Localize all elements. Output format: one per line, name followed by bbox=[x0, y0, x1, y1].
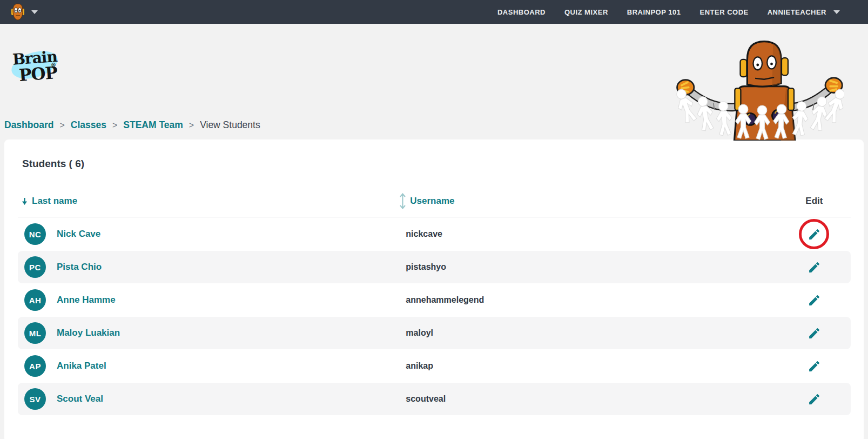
brainpop-logo[interactable]: Brain POP ® bbox=[6, 39, 59, 89]
edit-student-button[interactable] bbox=[805, 225, 823, 243]
pencil-icon bbox=[808, 360, 821, 373]
moby-head-icon bbox=[11, 3, 25, 21]
moby-illustration bbox=[674, 34, 844, 143]
breadcrumb-steam-team[interactable]: STEAM Team bbox=[123, 119, 183, 131]
student-name-link[interactable]: Pista Chio bbox=[57, 262, 102, 272]
page-header: Brain POP ® bbox=[0, 24, 868, 139]
pencil-icon bbox=[808, 294, 821, 307]
column-header-username[interactable]: Username bbox=[399, 192, 777, 210]
student-avatar: AP bbox=[24, 355, 46, 377]
top-nav-bar: DASHBOARD QUIZ MIXER BRAINPOP 101 ENTER … bbox=[0, 0, 868, 24]
student-row: AP Anika Patel anikap bbox=[18, 350, 851, 382]
column-header-last-name[interactable]: Last name bbox=[18, 196, 406, 207]
student-avatar: NC bbox=[24, 223, 46, 245]
column-header-edit: Edit bbox=[805, 196, 823, 207]
student-avatar: AH bbox=[24, 289, 46, 311]
edit-student-button[interactable] bbox=[805, 291, 823, 309]
sort-both-icon bbox=[399, 192, 406, 210]
breadcrumb-separator: > bbox=[112, 121, 117, 130]
student-rows: NC Nick Cave nickcave PC Pista Chio pist… bbox=[18, 218, 851, 415]
breadcrumb-separator: > bbox=[59, 121, 64, 130]
nav-item-enter-code[interactable]: ENTER CODE bbox=[699, 8, 748, 16]
student-row: NC Nick Cave nickcave bbox=[18, 218, 851, 250]
breadcrumb-separator: > bbox=[189, 121, 194, 130]
paper-doll-chain bbox=[674, 87, 844, 139]
breadcrumb-dashboard[interactable]: Dashboard bbox=[4, 119, 53, 131]
nav-item-dashboard[interactable]: DASHBOARD bbox=[497, 8, 546, 16]
student-name-link[interactable]: Anika Patel bbox=[57, 361, 106, 371]
student-username: anikap bbox=[406, 361, 433, 370]
student-row: ML Maloy Luakian maloyl bbox=[18, 317, 851, 349]
pencil-icon bbox=[808, 393, 821, 406]
student-username: maloyl bbox=[406, 328, 433, 337]
edit-student-button[interactable] bbox=[805, 357, 823, 375]
students-card: Students ( 6) Last name Username Edit bbox=[4, 139, 864, 439]
student-name-link[interactable]: Maloy Luakian bbox=[57, 328, 120, 338]
student-username: annehammelegend bbox=[406, 295, 484, 304]
student-username: scoutveal bbox=[406, 394, 446, 403]
student-avatar: ML bbox=[24, 322, 46, 344]
pencil-icon bbox=[808, 261, 821, 274]
student-name-link[interactable]: Scout Veal bbox=[57, 394, 103, 404]
breadcrumb: Dashboard > Classes > STEAM Team > View … bbox=[4, 119, 260, 131]
student-row: PC Pista Chio pistashyo bbox=[18, 251, 851, 283]
student-avatar: SV bbox=[24, 388, 46, 410]
sort-descending-icon bbox=[22, 197, 28, 205]
logo-registered-mark: ® bbox=[51, 62, 57, 68]
moby-menu-button[interactable] bbox=[11, 3, 38, 21]
breadcrumb-classes[interactable]: Classes bbox=[71, 119, 106, 131]
student-username: pistashyo bbox=[406, 262, 446, 271]
nav-item-quiz-mixer[interactable]: QUIZ MIXER bbox=[564, 8, 608, 16]
edit-student-button[interactable] bbox=[805, 258, 823, 276]
nav-links: DASHBOARD QUIZ MIXER BRAINPOP 101 ENTER … bbox=[497, 8, 840, 16]
student-name-link[interactable]: Nick Cave bbox=[57, 229, 100, 240]
student-name-link[interactable]: Anne Hamme bbox=[57, 295, 116, 305]
student-row: SV Scout Veal scoutveal bbox=[18, 383, 851, 415]
students-table-header: Last name Username Edit bbox=[18, 192, 851, 217]
chevron-down-icon bbox=[833, 10, 840, 14]
pencil-icon bbox=[808, 228, 821, 241]
students-count-title: Students ( 6) bbox=[22, 158, 851, 170]
student-avatar: PC bbox=[24, 256, 46, 278]
user-menu-button[interactable]: ANNIETEACHER bbox=[768, 8, 840, 16]
edit-student-button[interactable] bbox=[805, 390, 823, 408]
student-row: AH Anne Hamme annehammelegend bbox=[18, 284, 851, 316]
edit-student-button[interactable] bbox=[805, 324, 823, 342]
student-username: nickcave bbox=[406, 229, 442, 238]
user-menu-label: ANNIETEACHER bbox=[768, 8, 826, 16]
pencil-icon bbox=[808, 327, 821, 340]
nav-item-brainpop101[interactable]: BRAINPOP 101 bbox=[627, 8, 681, 16]
breadcrumb-current-view-students: View Students bbox=[200, 119, 260, 131]
chevron-down-icon bbox=[31, 10, 38, 14]
